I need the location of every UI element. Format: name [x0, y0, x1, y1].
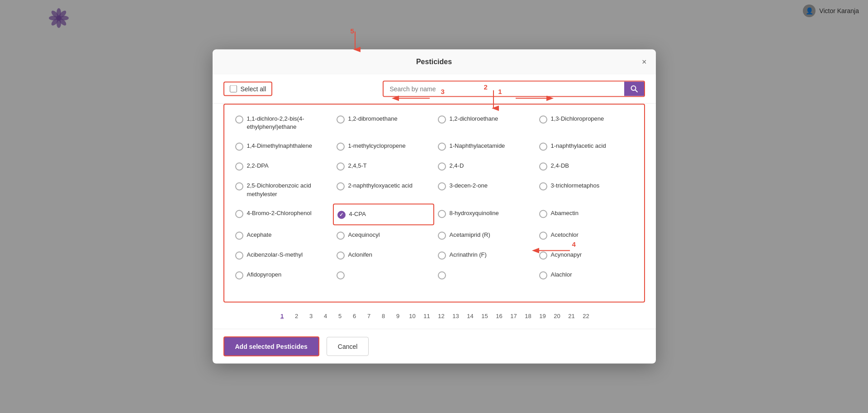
item-radio[interactable] — [438, 183, 446, 191]
search-input[interactable] — [384, 82, 624, 96]
page-number[interactable]: 16 — [493, 310, 505, 322]
list-item[interactable]: Acrinathrin (F) — [434, 245, 536, 265]
list-item[interactable]: 2-naphthyloxyacetic acid — [333, 176, 434, 203]
list-item[interactable]: Abamectin — [536, 203, 637, 225]
close-button[interactable]: × — [642, 58, 647, 66]
item-radio[interactable] — [235, 143, 243, 151]
page-number[interactable]: 20 — [551, 310, 563, 322]
page-number[interactable]: 21 — [566, 310, 578, 322]
list-item[interactable]: 2,4-DB — [536, 156, 637, 176]
item-radio[interactable] — [235, 251, 243, 259]
select-all-checkbox[interactable] — [230, 85, 237, 93]
item-radio[interactable] — [337, 163, 345, 171]
item-label: 4-CPA — [349, 210, 366, 218]
item-radio[interactable] — [337, 251, 345, 259]
item-label: Afidopyropen — [247, 270, 282, 278]
page-number[interactable]: 2 — [291, 310, 303, 322]
list-item[interactable]: 1,1-dichloro-2,2-bis(4-ethylphenyl)ethan… — [232, 109, 333, 136]
page-number[interactable]: 4 — [320, 310, 332, 322]
list-item[interactable]: 8-hydroxyquinoline — [434, 203, 536, 225]
list-item[interactable]: 2,4-D — [434, 156, 536, 176]
item-radio[interactable] — [337, 143, 345, 151]
item-radio[interactable] — [539, 143, 547, 151]
list-item[interactable]: Aclonifen — [333, 245, 434, 265]
page-number[interactable]: 19 — [537, 310, 549, 322]
item-radio[interactable] — [438, 251, 446, 259]
page-number[interactable]: 10 — [407, 310, 418, 322]
list-item[interactable]: Acetochlor — [536, 225, 637, 245]
page-number[interactable]: 5 — [334, 310, 346, 322]
item-radio[interactable] — [337, 231, 345, 239]
page-number[interactable]: 1 — [276, 310, 288, 322]
list-item[interactable]: Acephate — [232, 225, 333, 245]
list-item[interactable]: 2,5-Dichlorobenzoic acid methylester — [232, 176, 333, 203]
list-item[interactable]: 4-Bromo-2-Chlorophenol — [232, 203, 333, 225]
item-radio[interactable] — [438, 271, 446, 279]
item-radio[interactable] — [235, 163, 243, 171]
list-item[interactable]: 1,4-Dimethylnaphthalene — [232, 136, 333, 156]
list-item[interactable]: Acynonapyr — [536, 245, 637, 265]
item-radio[interactable] — [539, 231, 547, 239]
list-item[interactable]: 1,2-dichloroethane — [434, 109, 536, 136]
page-number[interactable]: 9 — [392, 310, 404, 322]
page-number[interactable]: 8 — [378, 310, 389, 322]
list-item[interactable]: Acibenzolar-S-methyl — [232, 245, 333, 265]
item-radio[interactable] — [438, 163, 446, 171]
item-label: Acynonapyr — [551, 250, 582, 258]
page-number[interactable]: 17 — [508, 310, 520, 322]
select-all-label[interactable]: Select all — [241, 85, 266, 93]
list-item[interactable]: 4-CPA — [333, 203, 434, 225]
item-radio[interactable] — [235, 231, 243, 239]
page-number[interactable]: 11 — [421, 310, 433, 322]
list-item[interactable]: 1,3-Dichloropropene — [536, 109, 637, 136]
list-item[interactable] — [333, 265, 434, 285]
page-number[interactable]: 14 — [465, 310, 476, 322]
list-item[interactable]: 3-trichlormetaphos — [536, 176, 637, 203]
item-radio[interactable] — [337, 116, 345, 124]
add-selected-button[interactable]: Add selected Pesticides — [223, 337, 319, 357]
page-number[interactable]: 12 — [436, 310, 447, 322]
modal-footer: 5 Add selected Pesticides Cancel — [213, 329, 656, 364]
page-number[interactable]: 22 — [580, 310, 592, 322]
page-number[interactable]: 18 — [522, 310, 534, 322]
item-radio[interactable] — [438, 231, 446, 239]
page-number[interactable]: 3 — [305, 310, 317, 322]
list-item[interactable]: 1,2-dibromoethane — [333, 109, 434, 136]
list-item[interactable]: 3-decen-2-one — [434, 176, 536, 203]
list-item[interactable]: 1-naphthylacetic acid — [536, 136, 637, 156]
item-radio[interactable] — [337, 183, 345, 191]
list-item[interactable]: 1-Naphthylacetamide — [434, 136, 536, 156]
list-item[interactable]: 1-methylcyclopropene — [333, 136, 434, 156]
list-item[interactable] — [434, 265, 536, 285]
search-button[interactable] — [624, 82, 644, 96]
item-radio[interactable] — [235, 210, 243, 218]
page-number[interactable]: 13 — [450, 310, 462, 322]
item-label: Acibenzolar-S-methyl — [247, 250, 303, 258]
list-item[interactable]: Afidopyropen — [232, 265, 333, 285]
item-radio[interactable] — [438, 116, 446, 124]
item-label: 1-naphthylacetic acid — [551, 142, 606, 150]
page-number[interactable]: 15 — [479, 310, 491, 322]
item-radio[interactable] — [539, 183, 547, 191]
item-radio[interactable] — [337, 271, 345, 279]
item-radio[interactable] — [539, 271, 547, 279]
page-number[interactable]: 7 — [363, 310, 375, 322]
item-radio[interactable] — [337, 211, 346, 219]
list-item[interactable]: Acetamiprid (R) — [434, 225, 536, 245]
list-item[interactable]: Acequinocyl — [333, 225, 434, 245]
item-radio[interactable] — [539, 251, 547, 259]
list-item[interactable]: Alachlor — [536, 265, 637, 285]
item-radio[interactable] — [438, 210, 446, 218]
item-radio[interactable] — [539, 210, 547, 218]
item-radio[interactable] — [235, 116, 243, 124]
item-radio[interactable] — [235, 271, 243, 279]
page-number[interactable]: 6 — [349, 310, 360, 322]
item-radio[interactable] — [235, 183, 243, 191]
item-label: 2,4,5-T — [348, 162, 367, 170]
list-item[interactable]: 2,4,5-T — [333, 156, 434, 176]
cancel-button[interactable]: Cancel — [327, 337, 369, 356]
item-radio[interactable] — [539, 116, 547, 124]
list-item[interactable]: 2,2-DPA — [232, 156, 333, 176]
item-radio[interactable] — [438, 143, 446, 151]
item-radio[interactable] — [539, 163, 547, 171]
